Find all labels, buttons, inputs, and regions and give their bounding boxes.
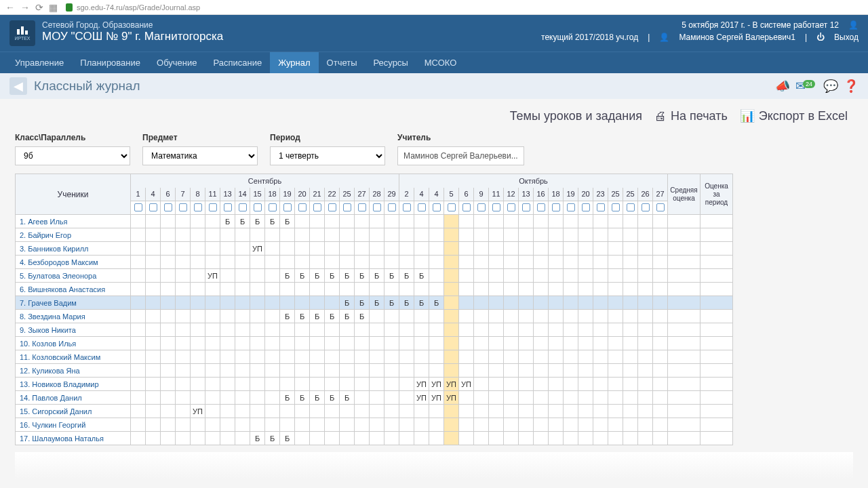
grade-cell[interactable]	[638, 350, 653, 364]
grade-cell[interactable]	[578, 269, 593, 283]
grade-cell[interactable]	[549, 350, 564, 364]
grade-cell[interactable]	[519, 242, 534, 256]
grade-cell[interactable]	[399, 350, 414, 364]
grade-cell[interactable]	[191, 364, 205, 378]
day-oct-14[interactable]: 25	[608, 188, 623, 201]
grade-cell[interactable]	[370, 323, 384, 337]
grade-cell[interactable]	[146, 378, 161, 391]
grade-cell[interactable]	[414, 337, 429, 350]
grade-cell[interactable]	[578, 337, 593, 350]
table-row[interactable]: 17. Шалаумова НатальяБББ	[16, 432, 733, 445]
grade-cell[interactable]	[220, 432, 235, 445]
grade-cell[interactable]	[310, 242, 325, 256]
grade-cell[interactable]	[250, 418, 265, 432]
grade-cell[interactable]	[534, 378, 549, 391]
grade-cell[interactable]	[608, 242, 623, 256]
check-cell-9[interactable]	[265, 201, 280, 215]
grade-cell[interactable]	[265, 337, 280, 350]
grade-cell[interactable]	[489, 242, 504, 256]
student-name[interactable]: 1. Агеев Илья	[16, 215, 131, 228]
checkbox-icon[interactable]	[313, 203, 321, 211]
grade-cell[interactable]	[593, 310, 608, 323]
grade-cell[interactable]	[474, 228, 489, 242]
grade-cell[interactable]	[444, 256, 459, 269]
grade-cell[interactable]	[131, 364, 146, 378]
grade-cell[interactable]	[519, 296, 534, 310]
grade-cell[interactable]	[623, 269, 638, 283]
grade-cell[interactable]	[638, 296, 653, 310]
grade-cell[interactable]	[280, 228, 295, 242]
grade-cell[interactable]	[176, 242, 191, 256]
grade-cell[interactable]	[235, 364, 250, 378]
grade-cell[interactable]	[146, 310, 161, 323]
grade-cell[interactable]	[653, 418, 668, 432]
grade-cell[interactable]	[444, 228, 459, 242]
grade-cell[interactable]	[489, 296, 504, 310]
nav-item-обучение[interactable]: Обучение	[149, 52, 205, 73]
grade-cell[interactable]	[265, 323, 280, 337]
student-name[interactable]: 7. Грачев Вадим	[16, 296, 131, 310]
checkbox-icon[interactable]	[433, 203, 441, 211]
grade-cell[interactable]	[638, 269, 653, 283]
day-sep-14[interactable]: 25	[340, 188, 355, 201]
grade-cell[interactable]	[608, 228, 623, 242]
grade-cell[interactable]	[459, 283, 474, 296]
grade-cell[interactable]	[399, 256, 414, 269]
grade-cell[interactable]	[355, 378, 370, 391]
grade-cell[interactable]	[593, 418, 608, 432]
grade-cell[interactable]	[384, 364, 399, 378]
day-oct-13[interactable]: 23	[593, 188, 608, 201]
grade-cell[interactable]	[593, 296, 608, 310]
grade-cell[interactable]	[295, 228, 310, 242]
grade-cell[interactable]	[414, 432, 429, 445]
table-row[interactable]: 13. Новиков ВладимирУПУПУПУП	[16, 378, 733, 391]
day-sep-5[interactable]: 11	[205, 188, 220, 201]
grade-cell[interactable]	[623, 405, 638, 418]
student-name[interactable]: 11. Козловский Максим	[16, 350, 131, 364]
print-action[interactable]: 🖨На печать	[654, 108, 728, 123]
checkbox-icon[interactable]	[209, 203, 217, 211]
grade-cell[interactable]	[459, 364, 474, 378]
grade-cell[interactable]	[220, 391, 235, 405]
grade-cell[interactable]	[504, 215, 519, 228]
grade-cell[interactable]	[399, 337, 414, 350]
grade-cell[interactable]	[146, 350, 161, 364]
check-cell-28[interactable]	[549, 201, 564, 215]
grade-cell[interactable]	[564, 228, 578, 242]
grade-cell[interactable]	[235, 256, 250, 269]
grade-cell[interactable]	[220, 269, 235, 283]
grade-cell[interactable]	[608, 350, 623, 364]
grade-cell[interactable]	[564, 215, 578, 228]
nav-item-ресурсы[interactable]: Ресурсы	[366, 52, 416, 73]
grade-cell[interactable]	[534, 323, 549, 337]
nav-item-отчеты[interactable]: Отчеты	[319, 52, 366, 73]
checkbox-icon[interactable]	[283, 203, 292, 211]
grade-cell[interactable]	[549, 391, 564, 405]
grade-cell[interactable]	[653, 242, 668, 256]
reload-icon[interactable]: ⟳	[35, 2, 43, 13]
grade-cell[interactable]: УП	[250, 242, 265, 256]
grade-cell[interactable]	[519, 350, 534, 364]
grade-cell[interactable]	[295, 296, 310, 310]
grade-cell[interactable]	[146, 242, 161, 256]
grade-cell[interactable]	[131, 378, 146, 391]
grade-cell[interactable]	[265, 228, 280, 242]
grade-cell[interactable]	[444, 296, 459, 310]
grade-cell[interactable]	[549, 269, 564, 283]
grade-cell[interactable]	[623, 228, 638, 242]
grade-cell[interactable]	[489, 378, 504, 391]
grade-cell[interactable]	[310, 418, 325, 432]
grade-cell[interactable]	[355, 228, 370, 242]
grade-cell[interactable]	[653, 378, 668, 391]
grade-cell[interactable]	[608, 296, 623, 310]
grade-cell[interactable]	[310, 228, 325, 242]
check-cell-19[interactable]	[414, 201, 429, 215]
grade-cell[interactable]	[564, 242, 578, 256]
grade-cell[interactable]	[340, 323, 355, 337]
grade-cell[interactable]	[638, 405, 653, 418]
grade-cell[interactable]	[340, 283, 355, 296]
grade-cell[interactable]	[549, 337, 564, 350]
table-row[interactable]: 14. Павлов ДанилБББББУПУПУП	[16, 391, 733, 405]
grade-cell[interactable]	[623, 323, 638, 337]
day-sep-10[interactable]: 19	[280, 188, 295, 201]
